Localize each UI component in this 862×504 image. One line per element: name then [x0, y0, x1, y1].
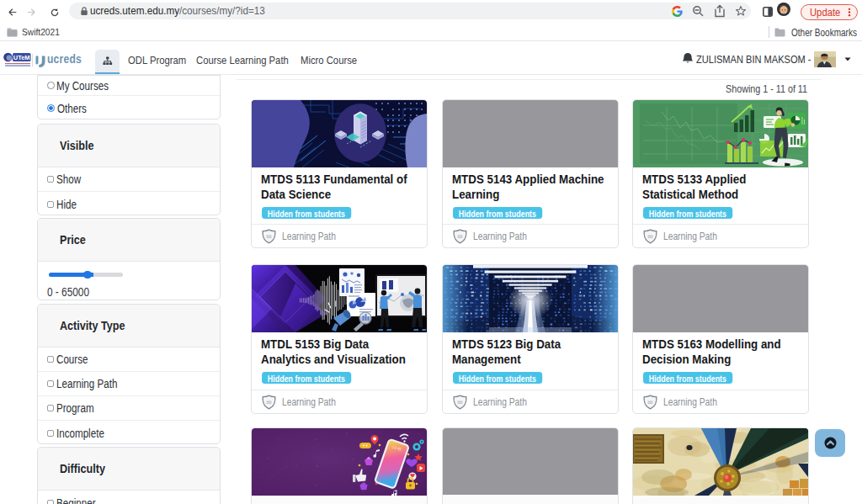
svg-text:UTeM: UTeM	[13, 54, 30, 61]
